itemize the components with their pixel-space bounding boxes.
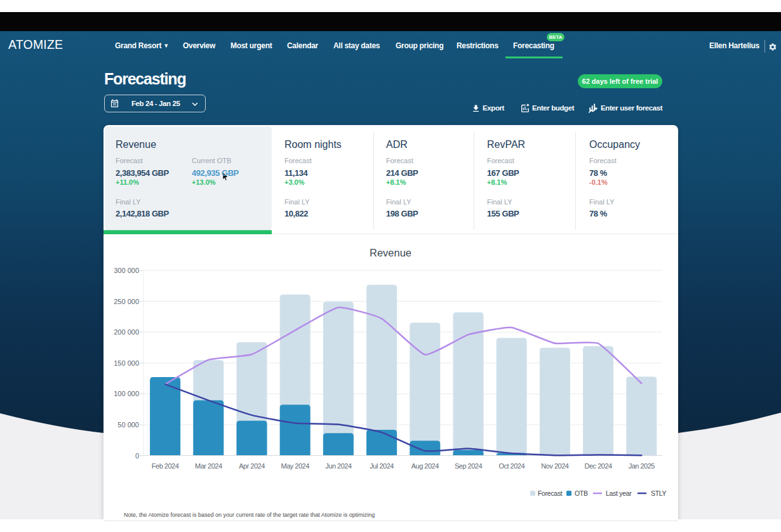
- svg-text:Aug 2024: Aug 2024: [411, 462, 439, 470]
- svg-text:Jun 2024: Jun 2024: [325, 462, 352, 470]
- svg-text:Dec 2024: Dec 2024: [585, 462, 612, 470]
- svg-text:Jan 2025: Jan 2025: [629, 462, 655, 470]
- svg-text:Forecast: Forecast: [538, 489, 563, 497]
- svg-text:Apr 2024: Apr 2024: [239, 462, 265, 470]
- svg-text:100 000: 100 000: [114, 390, 139, 397]
- svg-text:STLY: STLY: [651, 489, 667, 497]
- svg-text:250 000: 250 000: [114, 298, 139, 305]
- svg-text:200 000: 200 000: [114, 328, 139, 336]
- svg-text:Revenue: Revenue: [370, 247, 411, 258]
- svg-text:Nov 2024: Nov 2024: [541, 462, 568, 470]
- svg-text:0: 0: [135, 452, 139, 460]
- svg-text:Last year: Last year: [606, 489, 632, 497]
- svg-text:Jul 2024: Jul 2024: [370, 462, 394, 470]
- svg-text:Sep 2024: Sep 2024: [455, 462, 482, 470]
- svg-text:Oct 2024: Oct 2024: [498, 462, 524, 470]
- svg-text:Mar 2024: Mar 2024: [195, 462, 222, 470]
- svg-text:May 2024: May 2024: [281, 462, 310, 470]
- svg-text:Feb 2024: Feb 2024: [152, 462, 179, 470]
- svg-text:50 000: 50 000: [117, 421, 139, 429]
- svg-text:Note, the Atomize forecast is: Note, the Atomize forecast is based on y…: [124, 512, 375, 518]
- svg-text:OTB: OTB: [575, 489, 588, 497]
- svg-text:300 000: 300 000: [114, 267, 139, 274]
- svg-text:150 000: 150 000: [114, 359, 139, 367]
